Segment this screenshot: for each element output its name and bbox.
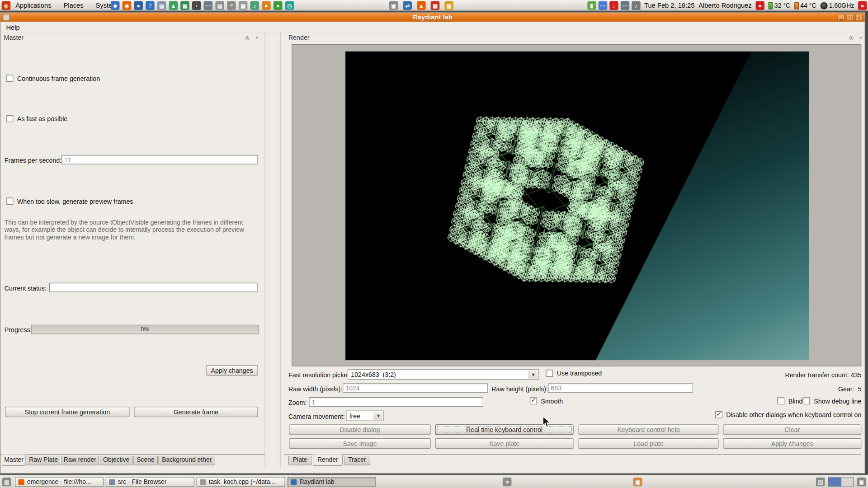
green-app-icon[interactable]: ● <box>274 1 283 10</box>
disable-other-dialogs-label[interactable]: Disable other dialogs when keyboard cont… <box>726 411 861 419</box>
mixer-icon[interactable]: ≡ <box>227 1 236 10</box>
generate-frame-button[interactable]: Generate frame <box>134 407 258 417</box>
disable-dialog-button[interactable]: Disable dialog <box>289 424 430 435</box>
stop-frame-generation-button[interactable]: Stop current frame generation <box>5 407 130 417</box>
use-transposed-label[interactable]: Use transposed <box>557 370 602 377</box>
blind-label[interactable]: Blind <box>788 397 803 405</box>
printer-icon[interactable]: ▤ <box>215 1 224 10</box>
keyboard-control-help-button[interactable]: Keyboard control help <box>579 424 719 435</box>
apply-changes-button[interactable]: Apply changes <box>206 365 258 375</box>
continuous-frame-checkbox[interactable] <box>6 75 13 82</box>
task-window-icon <box>291 479 297 485</box>
tab-raw-render[interactable]: Raw render <box>61 456 99 465</box>
blind-checkbox[interactable] <box>777 397 784 404</box>
current-status-input[interactable] <box>49 283 258 292</box>
workspace-1[interactable] <box>829 478 840 487</box>
tab-render[interactable]: Render <box>313 454 343 466</box>
chat-icon[interactable]: ◎ <box>285 1 294 10</box>
volume-applet-icon[interactable]: ♪ <box>632 1 641 10</box>
fps-input[interactable]: 11 <box>61 155 258 164</box>
render-view-canvas[interactable] <box>345 52 809 360</box>
tab-master[interactable]: Master <box>2 454 26 466</box>
as-fast-as-possible-label[interactable]: As fast as posible <box>17 115 67 123</box>
taskbar-window-4[interactable]: Raydiant lab <box>288 477 376 487</box>
preview-frames-checkbox[interactable] <box>6 197 13 205</box>
close-panel-icon[interactable]: × <box>857 34 865 41</box>
distributor-logo-icon[interactable]: ◉ <box>2 1 11 10</box>
taskbar-window-2[interactable]: src - File Browser <box>106 477 194 487</box>
resolution-select[interactable]: 1024x683 (3:2) ▼ <box>348 369 538 380</box>
tab-raw-plate[interactable]: Raw Plate <box>27 456 61 465</box>
taskbar-window-1[interactable]: emergence - file:///ho... <box>15 477 104 487</box>
user-switcher-applet[interactable]: Alberto Rodriguez <box>698 2 752 9</box>
detach-panel-icon[interactable]: ◎ <box>848 34 855 41</box>
camera-movement-select[interactable]: free ▼ <box>346 411 383 421</box>
firefox-icon[interactable]: ◉ <box>123 1 132 10</box>
camera-icon[interactable]: ▣ <box>389 1 398 10</box>
tab-scene[interactable]: Scene <box>133 456 158 465</box>
disable-other-dialogs-checkbox[interactable] <box>715 411 722 418</box>
pane-splitter[interactable] <box>279 32 281 468</box>
preview-frames-label[interactable]: When too slow, generate preview frames <box>17 197 133 205</box>
pictures-icon[interactable]: ▩ <box>444 1 453 10</box>
network-applet-icon[interactable]: ▭ <box>598 1 607 10</box>
trash-icon[interactable]: ▣ <box>857 478 866 487</box>
map-icon[interactable]: ▲ <box>169 1 178 10</box>
tab-background-ether[interactable]: Background ether <box>158 456 215 465</box>
save-plate-button[interactable]: Save plate <box>435 438 573 449</box>
save-image-button[interactable]: Save image <box>289 438 430 449</box>
smooth-checkbox[interactable] <box>530 397 537 404</box>
raw-width-input[interactable]: 1024 <box>343 384 488 393</box>
window-selector-icon[interactable]: ▤ <box>816 478 825 487</box>
workspace-switcher[interactable] <box>828 477 854 487</box>
network-places-icon[interactable]: ⇄ <box>403 1 412 10</box>
window-titlebar[interactable]: Raydiant lab ▁ □ × <box>0 13 864 22</box>
users-icon[interactable]: ☻ <box>111 1 120 10</box>
tab-tracer[interactable]: Tracer <box>344 456 370 465</box>
help-icon[interactable]: ? <box>146 1 155 10</box>
clock-applet[interactable]: Tue Feb 2, 18:25 <box>644 2 694 9</box>
help-menu[interactable]: Help <box>1 23 24 31</box>
taskbar-window-3[interactable]: task_koch.cpp (~/data... <box>197 477 285 487</box>
as-fast-as-possible-checkbox[interactable] <box>6 115 13 122</box>
applications-menu[interactable]: Applications <box>15 2 51 9</box>
tray-app-icon[interactable]: ▣ <box>633 478 642 487</box>
keyboard-icon[interactable]: ▦ <box>239 1 248 10</box>
maximize-button[interactable]: □ <box>846 14 854 21</box>
zoom-input[interactable]: 1 <box>309 397 483 407</box>
battery-applet-icon[interactable]: ▮ <box>587 1 596 10</box>
clear-button[interactable]: Clear <box>723 424 861 435</box>
close-panel-icon[interactable]: × <box>253 34 261 41</box>
load-plate-button[interactable]: Load plate <box>579 438 719 449</box>
notes-icon[interactable]: ▤ <box>157 1 166 10</box>
package-icon[interactable]: ▦ <box>431 1 440 10</box>
show-desktop-icon[interactable]: ▦ <box>2 478 11 487</box>
show-debug-line-label[interactable]: Show debug line <box>814 397 861 405</box>
use-transposed-checkbox[interactable] <box>546 370 553 377</box>
earth-icon[interactable]: ● <box>134 1 143 10</box>
places-menu[interactable]: Places <box>63 2 83 9</box>
terminal-icon[interactable]: › <box>192 1 201 10</box>
render-apply-changes-button[interactable]: Apply changes <box>723 438 861 449</box>
session-tray-icon[interactable]: ∗ <box>503 478 512 487</box>
chart-icon[interactable]: ▦ <box>180 1 189 10</box>
orange-app-icon[interactable]: ● <box>262 1 271 10</box>
tab-plate[interactable]: Plate <box>288 456 311 465</box>
close-button[interactable]: × <box>855 14 863 21</box>
minimize-button[interactable]: ▁ <box>838 14 845 21</box>
user-switcher-icon[interactable]: ● <box>755 1 764 10</box>
display-applet-icon[interactable]: ▭ <box>620 1 629 10</box>
smooth-label[interactable]: Smooth <box>541 397 563 405</box>
tab-objective[interactable]: Objective <box>99 456 132 465</box>
detach-panel-icon[interactable]: ◎ <box>244 34 251 41</box>
workspace-2[interactable] <box>840 478 853 487</box>
raw-height-input[interactable]: 683 <box>548 384 693 393</box>
realtime-keyboard-control-button[interactable]: Real time keyboard control <box>435 424 573 435</box>
vlc-icon[interactable]: ▲ <box>417 1 426 10</box>
record-applet-icon[interactable]: ● <box>858 1 867 10</box>
display-icon[interactable]: ▭ <box>204 1 213 10</box>
update-notifier-icon[interactable]: ↓ <box>609 1 618 10</box>
continuous-frame-label[interactable]: Continuous frame generation <box>17 75 100 82</box>
music-player-icon[interactable]: ♪ <box>250 1 259 10</box>
show-debug-line-checkbox[interactable] <box>803 397 810 404</box>
